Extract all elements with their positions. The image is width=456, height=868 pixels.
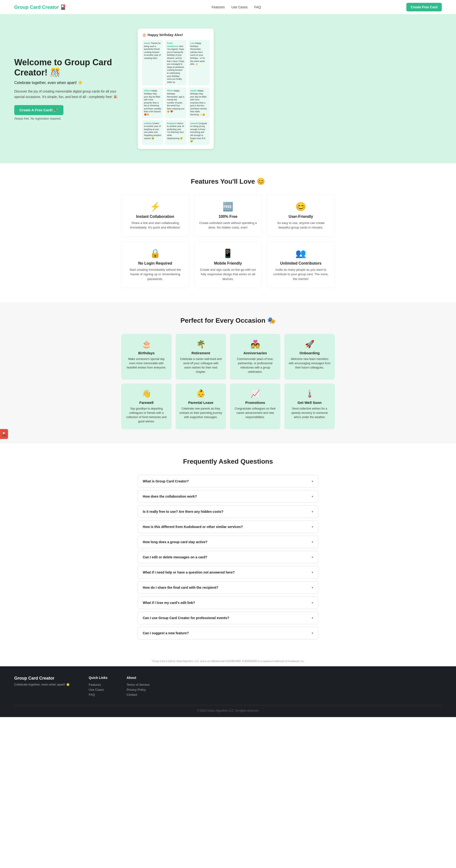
footer-link-faq[interactable]: FAQ: [89, 693, 108, 696]
occasion-desc-1: Celebrate a career well-lived and send o…: [179, 357, 222, 374]
faq-item[interactable]: Can I suggest a new feature? ▾: [138, 627, 318, 640]
occasion-card: 💑 Anniversaries Commemorate years of lov…: [230, 334, 281, 380]
occasion-card: 🎂 Birthdays Make someone's special day e…: [121, 334, 172, 380]
hero-description: Discover the joy of creating memorable d…: [14, 89, 123, 99]
floating-feedback-button[interactable]: 🎴: [0, 429, 8, 439]
faq-item[interactable]: How does the collaboration work? ▾: [138, 490, 318, 503]
footer-about-title: About: [126, 676, 150, 680]
features-title: Features You'll Love 😊: [14, 178, 442, 185]
card-message: Alison Happy birthday! May your day be f…: [142, 87, 163, 118]
hero-section: Welcome to Group Card Creator! 🎊 Celebra…: [0, 14, 456, 163]
occasion-title-2: Anniversaries: [234, 351, 277, 355]
occasions-section: Perfect for Every Occasion 🎭 🎂 Birthdays…: [0, 302, 456, 443]
footer-quick-links: Quick Links Features Use Cases FAQ: [89, 676, 108, 698]
footer-link-use-cases[interactable]: Use Cases: [89, 688, 108, 691]
card-message: Samuel Congrats on being young enough to…: [188, 120, 209, 145]
feature-icon-4: 📱: [199, 248, 257, 258]
card-message: Jason Thanks for being such a wonderful …: [142, 40, 163, 86]
feature-title-0: Instant Collaboration: [126, 215, 184, 219]
occasion-title-1: Retirement: [179, 351, 222, 355]
footer-link-contact[interactable]: Contact: [126, 693, 150, 696]
faq-question-8: What if I lose my card's edit link?: [143, 601, 195, 604]
nav-logo: Group Card Creator 🎴: [14, 4, 66, 10]
occasion-title-5: Parental Leave: [179, 401, 222, 405]
faq-item[interactable]: How do I share the final card with the r…: [138, 581, 318, 594]
footer-copyright: © 2024 Urban Algorithm LLC. All rights r…: [14, 705, 442, 712]
faq-title: Frequently Asked Questions: [14, 458, 442, 465]
footer-about: About Terms of Service Privacy Policy Co…: [126, 676, 150, 698]
footer-link-terms[interactable]: Terms of Service: [126, 683, 150, 686]
feature-icon-2: 😊: [272, 202, 330, 212]
occasion-icon-6: 📈: [234, 389, 277, 398]
occasion-desc-5: Celebrate new parents as they embark on …: [179, 406, 222, 419]
chevron-down-icon: ▾: [312, 540, 313, 544]
occasion-desc-3: Welcome new team members with encouragin…: [288, 357, 331, 370]
footer-link-privacy[interactable]: Privacy Policy: [126, 688, 150, 691]
feature-card: 🔒 No Login Required Start creating immed…: [121, 242, 189, 288]
faq-section: Frequently Asked Questions What is Group…: [0, 443, 456, 656]
faq-item[interactable]: What is Group Card Creator? ▾: [138, 475, 318, 488]
footer-logo: Group Card Creator: [14, 676, 70, 681]
faq-item[interactable]: Is it really free to use? Are there any …: [138, 505, 318, 518]
faq-question-1: How does the collaboration work?: [143, 495, 197, 498]
footer: Group Card Creator Celebrate together, e…: [0, 666, 456, 717]
hero-cta-button[interactable]: Create A Free Card! 🎉: [14, 105, 63, 115]
feature-icon-1: 🆓: [199, 202, 257, 212]
feature-card: ⚡ Instant Collaboration Share a link and…: [121, 195, 189, 237]
nav-faq[interactable]: FAQ: [254, 5, 261, 9]
occasions-title: Perfect for Every Occasion 🎭: [14, 316, 442, 324]
faq-item[interactable]: What if I need help or have a question n…: [138, 566, 318, 579]
feature-desc-1: Create unlimited cards without spending …: [199, 221, 257, 230]
faq-question-10: Can I suggest a new feature?: [143, 631, 189, 635]
occasions-grid: 🎂 Birthdays Make someone's special day e…: [121, 334, 335, 429]
feature-icon-5: 👥: [272, 248, 330, 258]
occasion-card: 🌡️ Get Well Soon Send collective wishes …: [284, 383, 335, 429]
feature-card: 😊 User-Friendly So easy to use, anyone c…: [267, 195, 335, 237]
feature-desc-5: Invite as many people as you want to con…: [272, 268, 330, 281]
feature-icon-3: 🔒: [126, 248, 184, 258]
chevron-down-icon: ▾: [312, 479, 313, 483]
footer-quick-links-title: Quick Links: [89, 676, 108, 680]
feature-desc-0: Share a link and start collaborating imm…: [126, 221, 184, 230]
faq-question-4: How long does a group card stay active?: [143, 540, 207, 544]
chevron-down-icon: ▾: [312, 570, 313, 574]
footer-brand: Group Card Creator Celebrate together, e…: [14, 676, 70, 698]
card-message: Lisa Happy birthday! Remember, calories …: [188, 40, 209, 86]
occasion-icon-0: 🎂: [125, 340, 168, 348]
card-message: James Happy birthday! May your day be fi…: [188, 87, 209, 118]
occasion-icon-5: 👶: [179, 389, 222, 398]
nav-use-cases[interactable]: Use Cases: [231, 5, 248, 9]
chevron-down-icon: ▾: [312, 631, 313, 635]
chevron-down-icon: ▾: [312, 555, 313, 559]
occasion-title-4: Farewell: [125, 401, 168, 405]
faq-item[interactable]: Can I edit or delete messages on a card?…: [138, 551, 318, 563]
faq-item[interactable]: How long does a group card stay active? …: [138, 535, 318, 548]
faq-question-3: How is this different from Kudoboard or …: [143, 525, 243, 529]
chevron-down-icon: ▾: [312, 586, 313, 589]
card-message: Franz Henderson Alex! You legend. Hope y…: [165, 40, 186, 86]
hero-free-note: Always free. No registration required.: [14, 117, 123, 120]
occasion-desc-7: Send collective wishes for a speedy reco…: [288, 406, 331, 419]
nav-features[interactable]: Features: [211, 5, 225, 9]
chevron-down-icon: ▾: [312, 525, 313, 529]
feature-icon-0: ⚡: [126, 202, 184, 212]
faq-question-5: Can I edit or delete messages on a card?: [143, 555, 207, 559]
footer-tagline: Celebrate together, even when apart! ⭐: [14, 683, 70, 686]
faq-item[interactable]: How is this different from Kudoboard or …: [138, 520, 318, 533]
occasion-desc-6: Congratulate colleagues on their career …: [234, 406, 277, 419]
faq-item[interactable]: What if I lose my card's edit link? ▾: [138, 596, 318, 609]
occasion-card: 🌴 Retirement Celebrate a career well-liv…: [175, 334, 226, 380]
faq-list: What is Group Card Creator? ▾ How does t…: [138, 475, 318, 640]
disclaimer: *Group Card is built by Urban Algorithm,…: [0, 656, 456, 666]
chevron-down-icon: ▾: [312, 616, 313, 620]
footer-link-features[interactable]: Features: [89, 683, 108, 686]
hero-card-title: 🎂 Happy birthday Alex!: [142, 33, 209, 37]
occasion-icon-7: 🌡️: [288, 389, 331, 398]
feature-desc-2: So easy to use, anyone can create beauti…: [272, 221, 330, 230]
hero-tagline: Celebrate together, even when apart! ☀️: [14, 81, 123, 85]
feature-title-5: Unlimited Contributors: [272, 261, 330, 266]
nav-cta-button[interactable]: Create Free Card: [406, 3, 442, 11]
faq-item[interactable]: Can I use Group Card Creator for profess…: [138, 612, 318, 624]
occasion-title-0: Birthdays: [125, 351, 168, 355]
navbar: Group Card Creator 🎴 Features Use Cases …: [0, 0, 456, 14]
